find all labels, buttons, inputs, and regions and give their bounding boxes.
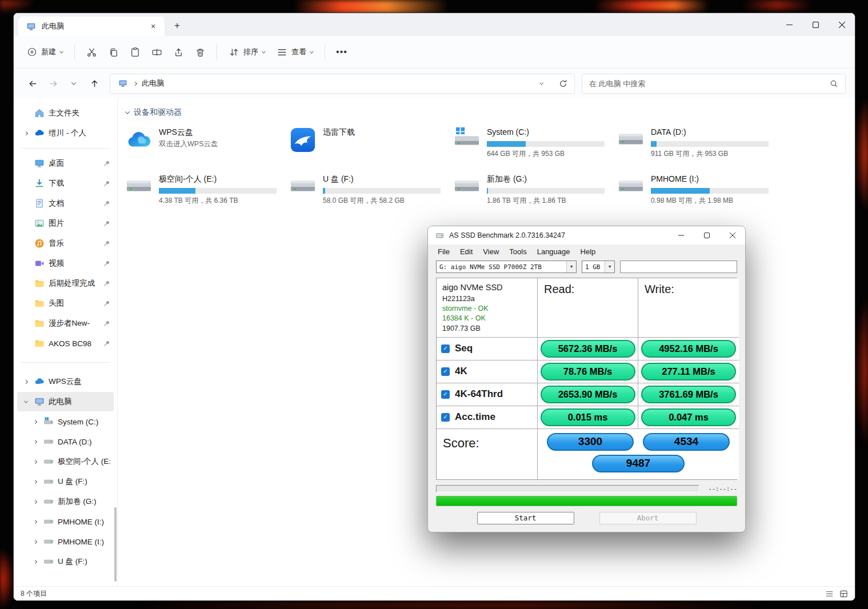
item-drive-g[interactable]: 新加卷 (G:) 1.86 TB 可用，共 1.86 TB	[453, 174, 617, 211]
item-drive-e[interactable]: 极空间-个人 (E:) 4.38 TB 可用，共 6.36 TB	[125, 174, 289, 211]
maximize-button[interactable]	[694, 226, 719, 245]
sidebar-item-drive-c[interactable]: System (C:)	[17, 412, 114, 431]
address-dropdown-icon[interactable]	[539, 81, 543, 85]
item-wps-cloud[interactable]: WPS云盘 双击进入WPS云盘	[125, 127, 289, 165]
minimize-button[interactable]	[668, 226, 694, 245]
close-button[interactable]	[719, 226, 745, 245]
item-drive-f[interactable]: U 盘 (F:) 58.0 GB 可用，共 58.2 GB	[289, 174, 453, 211]
devices-section-header[interactable]: 设备和驱动器	[125, 107, 855, 118]
search-input[interactable]	[589, 79, 825, 88]
rename-button[interactable]	[146, 42, 167, 62]
benchmark-window: AS SSD Benchmark 2.0.7316.34247 File Edi…	[427, 226, 746, 532]
row-label-4k: 4K	[437, 360, 538, 383]
sidebar-item-desktop[interactable]: 桌面	[17, 154, 114, 173]
tab-this-pc[interactable]: 此电脑 ×	[18, 17, 165, 36]
new-button[interactable]: 新建	[22, 42, 68, 62]
sidebar-item-home[interactable]: 主文件夹	[17, 103, 114, 123]
view-button[interactable]: 查看	[271, 42, 318, 62]
menu-help[interactable]: Help	[575, 246, 601, 257]
menu-edit[interactable]: Edit	[455, 246, 478, 257]
copy-button[interactable]	[103, 42, 123, 62]
row-label-4k64: 4K-64Thrd	[437, 383, 538, 406]
benchmark-titlebar[interactable]: AS SSD Benchmark 2.0.7316.34247	[428, 226, 745, 245]
large-icons-view-icon[interactable]	[839, 590, 848, 598]
up-button[interactable]	[85, 74, 104, 93]
thunder-icon	[289, 127, 317, 155]
folder-icon	[34, 338, 45, 349]
sidebar-item-downloads[interactable]: 下载	[17, 174, 114, 193]
chevron-down-icon	[59, 49, 63, 53]
new-tab-button[interactable]: +	[168, 17, 186, 35]
sidebar-item-videos[interactable]: 视频	[17, 254, 114, 273]
sidebar-item-wps-cloud[interactable]: WPS云盘	[17, 372, 114, 391]
more-button[interactable]: •••	[331, 42, 352, 62]
checkbox-acctime[interactable]	[441, 413, 450, 422]
menu-view[interactable]: View	[478, 246, 504, 257]
recent-locations-button[interactable]	[64, 74, 83, 93]
sidebar-item-documents[interactable]: 文档	[17, 194, 114, 213]
sidebar-item-pictures[interactable]: 图片	[17, 214, 114, 233]
drive-icon	[43, 436, 54, 447]
elapsed-time: --:--:--	[705, 485, 737, 492]
sort-button[interactable]: 排序	[223, 42, 270, 62]
window-controls	[776, 13, 855, 36]
sidebar-item-this-pc[interactable]: 此电脑	[17, 392, 114, 411]
capacity-bar	[159, 188, 277, 194]
minimize-button[interactable]	[776, 13, 802, 36]
breadcrumb[interactable]: 此电脑	[142, 78, 164, 89]
menu-tools[interactable]: Tools	[504, 246, 531, 257]
checkbox-4k[interactable]	[441, 367, 450, 376]
sidebar-item-drive-i[interactable]: PMHOME (I:)	[17, 532, 114, 551]
close-button[interactable]	[829, 13, 855, 36]
sidebar-item-folder[interactable]: 后期处理完成	[17, 274, 114, 293]
sidebar-item-drive-d[interactable]: DATA (D:)	[17, 432, 114, 451]
search-box[interactable]	[582, 74, 846, 94]
sidebar-item-music[interactable]: 音乐	[17, 234, 114, 253]
benchmark-textbox[interactable]	[620, 261, 737, 273]
item-drive-c[interactable]: System (C:) 644 GB 可用，共 953 GB	[453, 127, 617, 165]
abort-button[interactable]: Abort	[599, 512, 697, 524]
checkbox-seq[interactable]	[441, 344, 450, 353]
tab-title: 此电脑	[42, 21, 64, 31]
back-button[interactable]	[23, 74, 42, 93]
sidebar-item-folder[interactable]: AKOS BC98	[17, 334, 114, 353]
list-view-icon[interactable]	[825, 590, 834, 598]
start-button[interactable]: Start	[477, 512, 574, 524]
sidebar-scrollbar[interactable]	[114, 507, 117, 582]
dropdown-arrow-icon	[566, 261, 576, 273]
test-size-select[interactable]: 1 GB	[582, 261, 615, 273]
benchmark-controls-row: G: aigo NVMe SSD P7000Z 2TB 1 GB	[428, 259, 745, 277]
item-drive-i[interactable]: PMHOME (I:) 0.98 MB 可用，共 1.98 MB	[617, 174, 781, 211]
share-button[interactable]	[168, 42, 189, 62]
forward-button[interactable]	[43, 74, 63, 93]
delete-button[interactable]	[190, 42, 210, 62]
drive-select[interactable]: G: aigo NVMe SSD P7000Z 2TB	[436, 261, 577, 273]
capacity-bar	[487, 141, 605, 147]
sidebar-item-folder[interactable]: 头图	[17, 294, 114, 313]
paste-button[interactable]	[125, 42, 145, 62]
cut-button[interactable]	[81, 42, 102, 62]
sidebar-item-drive-f[interactable]: U 盘 (F:)	[17, 472, 114, 491]
sidebar-item-drive-f[interactable]: U 盘 (F:)	[17, 552, 114, 571]
refresh-button[interactable]	[559, 79, 567, 88]
item-thunder-download[interactable]: 迅雷下载	[289, 127, 453, 165]
maximize-button[interactable]	[802, 13, 829, 36]
menu-file[interactable]: File	[433, 246, 455, 257]
sidebar-item-drive-e[interactable]: 极空间-个人 (E:)	[17, 452, 114, 471]
sidebar-item-folder[interactable]: 漫步者New-	[17, 314, 114, 333]
drive-icon	[43, 536, 54, 547]
sidebar-item-onedrive[interactable]: 缙川 - 个人	[17, 123, 114, 143]
drive-icon	[43, 556, 54, 567]
folder-icon	[34, 298, 45, 309]
tab-close-icon[interactable]: ×	[146, 19, 160, 33]
capacity-bar	[651, 188, 769, 194]
address-bar[interactable]: 此电脑	[110, 74, 575, 94]
sidebar-item-drive-i[interactable]: PMHOME (I:)	[17, 512, 114, 531]
drive-icon	[617, 127, 645, 155]
collapse-chevron-icon[interactable]	[125, 109, 130, 114]
drive-info-cell: aigo NVMe SSD H221123a stornvme - OK 163…	[437, 278, 538, 338]
menu-language[interactable]: Language	[532, 246, 575, 257]
item-drive-d[interactable]: DATA (D:) 911 GB 可用，共 953 GB	[617, 127, 781, 165]
checkbox-4k64[interactable]	[441, 390, 450, 399]
sidebar-item-drive-g[interactable]: 新加卷 (G:)	[17, 492, 114, 511]
